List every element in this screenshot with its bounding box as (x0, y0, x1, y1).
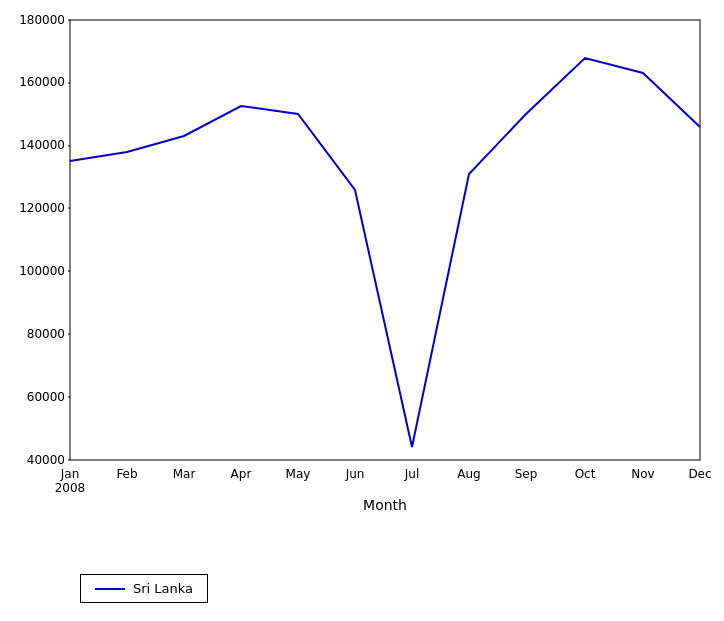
x-tick-jan: Jan (60, 467, 80, 481)
y-tick-120000: 120000 (19, 201, 65, 215)
x-tick-jun: Jun (345, 467, 365, 481)
x-tick-sep: Sep (515, 467, 538, 481)
x-tick-2008: 2008 (55, 481, 86, 495)
x-tick-apr: Apr (231, 467, 252, 481)
plot-area (70, 20, 700, 460)
chart-svg: 40000 60000 80000 100000 120000 140000 1… (0, 0, 724, 621)
x-tick-jul: Jul (404, 467, 419, 481)
x-tick-nov: Nov (631, 467, 654, 481)
legend-line-sri-lanka (95, 588, 125, 590)
x-tick-feb: Feb (116, 467, 137, 481)
y-tick-160000: 160000 (19, 75, 65, 89)
x-tick-oct: Oct (575, 467, 596, 481)
x-tick-dec: Dec (688, 467, 711, 481)
y-tick-40000: 40000 (27, 453, 65, 467)
legend-label-sri-lanka: Sri Lanka (133, 581, 193, 596)
chart-container: 40000 60000 80000 100000 120000 140000 1… (0, 0, 724, 621)
y-tick-80000: 80000 (27, 327, 65, 341)
x-tick-may: May (286, 467, 311, 481)
y-tick-60000: 60000 (27, 390, 65, 404)
x-axis-label: Month (363, 497, 407, 513)
y-tick-100000: 100000 (19, 264, 65, 278)
x-tick-aug: Aug (457, 467, 480, 481)
legend: Sri Lanka (80, 574, 208, 603)
x-tick-mar: Mar (173, 467, 196, 481)
y-tick-140000: 140000 (19, 138, 65, 152)
y-tick-180000: 180000 (19, 13, 65, 27)
